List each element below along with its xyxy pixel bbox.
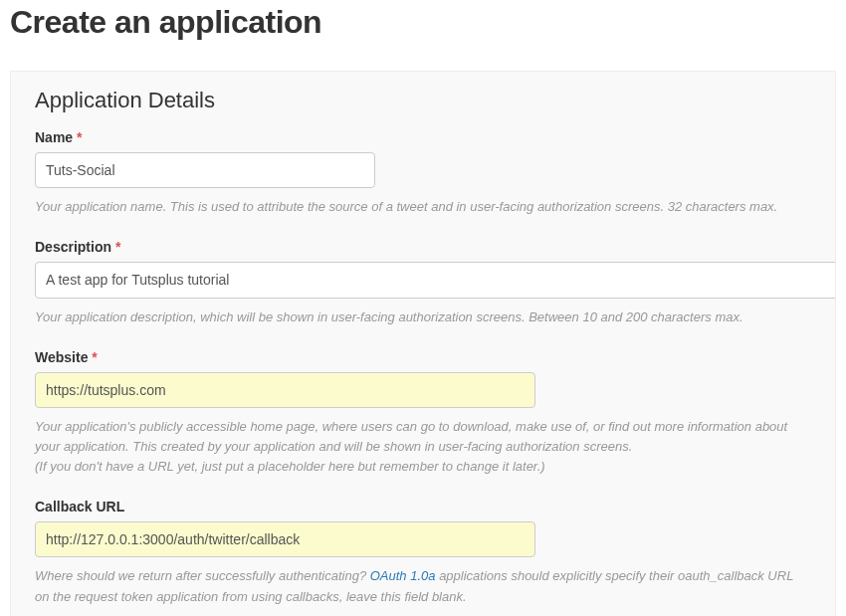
panel-heading: Application Details bbox=[35, 88, 811, 113]
required-marker: * bbox=[92, 349, 97, 365]
description-group: Description * Your application descripti… bbox=[35, 239, 811, 326]
website-group: Website * Your application's publicly ac… bbox=[35, 349, 811, 478]
oauth-link[interactable]: OAuth 1.0a bbox=[370, 568, 436, 583]
name-label: Name * bbox=[35, 129, 811, 145]
name-input[interactable] bbox=[35, 152, 375, 188]
website-help: Your application's publicly accessible h… bbox=[35, 417, 811, 477]
callback-label: Callback URL bbox=[35, 499, 811, 514]
required-marker: * bbox=[77, 129, 82, 145]
website-help-line1: Your application's publicly accessible h… bbox=[35, 419, 787, 454]
name-group: Name * Your application name. This is us… bbox=[35, 129, 811, 217]
website-label: Website * bbox=[35, 349, 811, 365]
callback-help: Where should we return after successfull… bbox=[35, 566, 811, 606]
description-help: Your application description, which will… bbox=[35, 308, 811, 327]
website-help-line2: (If you don't have a URL yet, just put a… bbox=[35, 457, 811, 477]
name-help: Your application name. This is used to a… bbox=[35, 197, 811, 217]
description-label: Description * bbox=[35, 239, 811, 255]
callback-help-before: Where should we return after successfull… bbox=[35, 568, 370, 583]
name-label-text: Name bbox=[35, 129, 73, 145]
page-title: Create an application bbox=[10, 4, 836, 41]
website-label-text: Website bbox=[35, 349, 88, 365]
website-input[interactable] bbox=[35, 372, 535, 408]
description-label-text: Description bbox=[35, 239, 111, 255]
application-details-panel: Application Details Name * Your applicat… bbox=[10, 71, 836, 616]
callback-input[interactable] bbox=[35, 521, 535, 557]
callback-label-text: Callback URL bbox=[35, 499, 124, 514]
required-marker: * bbox=[115, 239, 120, 255]
description-input[interactable] bbox=[35, 262, 836, 298]
callback-group: Callback URL Where should we return afte… bbox=[35, 499, 811, 606]
